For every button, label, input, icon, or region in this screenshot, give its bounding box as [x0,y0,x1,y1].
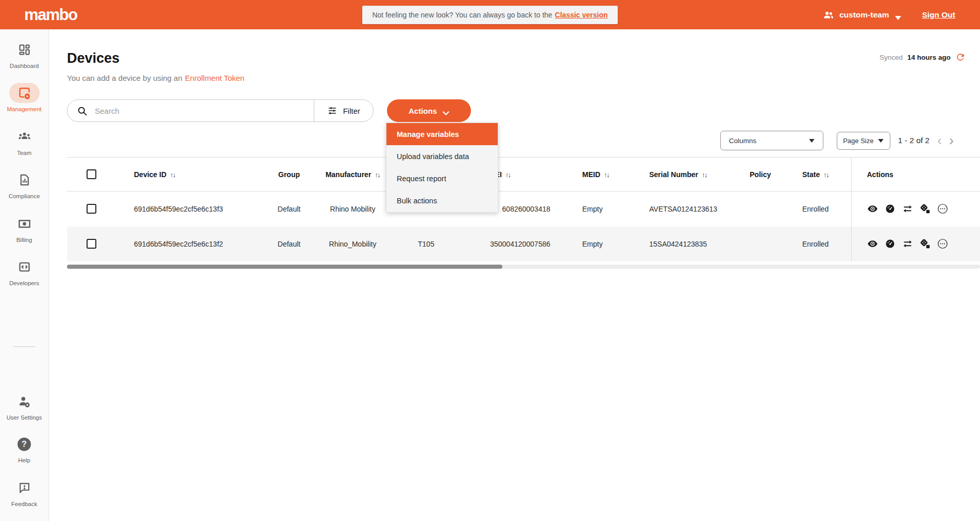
column-header-manufacturer[interactable]: Manufacturer↑↓ [318,158,387,192]
page-title: Devices [67,49,120,67]
main-content: Devices Synced 14 hours ago You can add … [49,29,980,521]
sort-icon: ↑↓ [702,171,707,179]
variables-dice-icon[interactable] [920,203,931,214]
horizontal-scrollbar [67,265,980,269]
row-checkbox[interactable] [87,204,96,214]
sort-icon: ↑↓ [170,171,175,179]
filter-button[interactable]: Filter [314,100,373,121]
gauge-icon[interactable] [885,238,895,249]
horizontal-scrollbar-thumb[interactable] [67,265,502,269]
variables-dice-icon[interactable] [920,238,931,249]
actions-button[interactable]: Actions [387,99,471,122]
list-controls: Columns Page Size 1 - 2 of 2 ‹ › [67,131,980,150]
transfer-icon[interactable] [902,238,913,249]
sidebar-item-user-settings[interactable]: User Settings [0,391,48,421]
columns-select[interactable]: Columns [720,131,823,150]
toolbar: Filter Actions Manage variables Upload v… [67,99,980,122]
sidebar-item-compliance[interactable]: Compliance [0,170,48,200]
cell-meid: Empty [552,227,618,262]
sidebar-divider [13,346,35,347]
team-selector[interactable]: custom-team [823,9,901,21]
previous-page-icon[interactable]: ‹ [934,135,945,146]
cell-meid: Empty [552,192,618,227]
chevron-down-icon [443,109,449,113]
filter-label: Filter [343,107,360,115]
sidebar-item-team[interactable]: Team [0,127,48,157]
more-options-icon[interactable] [937,203,948,214]
feedback-icon [18,481,31,495]
sidebar-item-label: Developers [9,280,39,287]
cell-group: Default [260,227,318,262]
sidebar-item-label: Feedback [11,500,38,508]
cell-manufacturer: Rhino Mobility [318,192,387,227]
column-header-state[interactable]: State↑↓ [773,158,851,192]
sidebar-item-management[interactable]: Management [0,83,48,113]
page-size-select[interactable]: Page Size [837,132,890,150]
pagination: 1 - 2 of 2 ‹ › [898,135,957,146]
row-actions [867,203,980,214]
cell-imei: 350004120007586 [465,227,552,262]
menu-item-manage-variables[interactable]: Manage variables [386,123,498,145]
sidebar-item-dashboard[interactable]: Dashboard [0,40,48,70]
menu-item-request-report[interactable]: Request report [386,167,498,189]
sidebar-item-label: Billing [16,236,32,244]
column-header-group: Group [260,158,318,192]
notice-text: Not feeling the new look? You can always… [372,11,552,19]
column-header-meid[interactable]: MEID↑↓ [552,158,618,192]
select-all-checkbox[interactable] [87,169,96,179]
sidebar-item-developers[interactable]: Developers [0,257,48,287]
cell-state: Enrolled [773,192,851,227]
refresh-icon[interactable] [955,52,966,62]
sidebar-item-billing[interactable]: Billing [0,214,48,244]
cell-device-id: 691d6b54f59ec2cf5e6c13f3 [111,192,260,227]
devices-table: Device ID↑↓ Group Manufacturer↑↓ IMEI↑↓ … [67,157,980,262]
billing-icon [18,217,31,231]
app-root: mambo Not feeling the new look? You can … [0,0,980,521]
sidebar-item-feedback[interactable]: Feedback [0,478,48,508]
menu-item-bulk-actions[interactable]: Bulk actions [386,189,498,212]
sidebar-item-label: Management [7,106,41,113]
actions-button-label: Actions [409,107,437,115]
sidebar-item-label: Team [17,149,31,157]
cell-serial-number: 15SA0424123835 [618,227,721,262]
cell-model: T105 [387,227,465,262]
compliance-icon [18,173,31,187]
classic-version-notice: Not feeling the new look? You can always… [362,6,617,24]
developers-icon [18,260,31,274]
table-row: 691d6b54f59ec2cf5e6c13f2 Default Rhino_M… [67,227,980,262]
team-icon [18,130,31,144]
search-icon [77,106,88,116]
table-row: 691d6b54f59ec2cf5e6c13f3 Default Rhino M… [67,192,980,227]
more-options-icon[interactable] [937,238,948,249]
sidebar-item-label: Help [18,457,30,464]
cell-device-id: 691d6b54f59ec2cf5e6c13f2 [111,227,260,262]
page-subtitle: You can add a device by using anEnrollme… [67,74,980,82]
view-eye-icon[interactable] [867,238,878,249]
classic-version-link[interactable]: Classic version [555,11,608,19]
menu-item-upload-variables-data[interactable]: Upload variables data [386,145,498,167]
enrollment-token-link[interactable]: Enrollment Token [185,74,245,82]
sort-icon: ↑↓ [604,171,609,179]
sort-icon: ↑↓ [505,171,511,179]
sort-icon: ↑↓ [375,171,380,179]
sidebar-item-label: User Settings [6,414,42,421]
sidebar-item-label: Compliance [9,193,40,200]
actions-dropdown: Actions Manage variables Upload variable… [387,99,471,122]
sync-status: Synced 14 hours ago [880,52,966,62]
gauge-icon[interactable] [885,203,895,214]
column-header-device-id[interactable]: Device ID↑↓ [111,158,260,192]
management-icon [18,86,31,100]
row-checkbox[interactable] [87,239,96,249]
transfer-icon[interactable] [902,203,913,214]
sidebar-item-help[interactable]: ? Help [0,435,48,464]
sign-out-link[interactable]: Sign Out [922,10,955,20]
cell-group: Default [260,192,318,227]
dashboard-icon [18,43,31,57]
column-header-serial-number[interactable]: Serial Number↑↓ [618,158,721,192]
filter-icon [327,106,337,116]
view-eye-icon[interactable] [867,203,878,214]
search-input[interactable] [94,106,314,116]
caret-down-icon [809,139,815,143]
row-actions [867,238,980,249]
next-page-icon[interactable]: › [945,135,957,146]
